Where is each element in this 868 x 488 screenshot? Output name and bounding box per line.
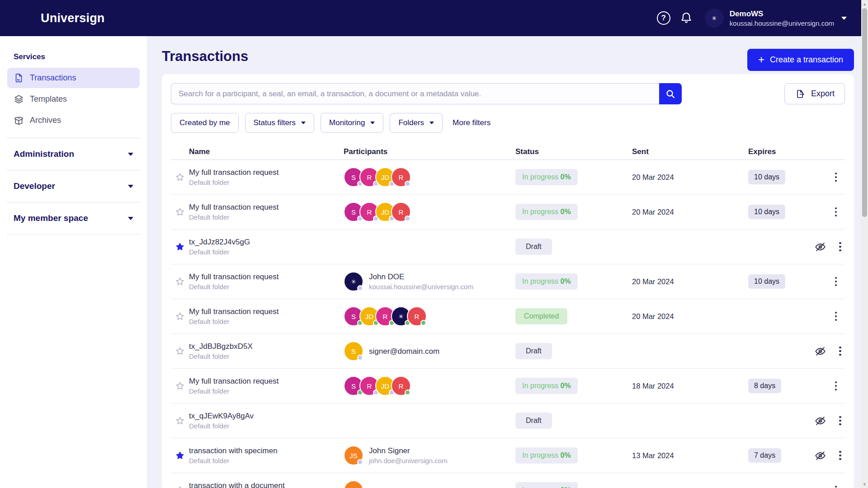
hidden-eye-button[interactable]: [814, 241, 826, 253]
table-row[interactable]: My full transaction request Default fold…: [171, 160, 845, 195]
favorite-star-button[interactable]: [171, 277, 189, 286]
sent-date: 20 Mar 2024: [632, 277, 748, 286]
filter-status[interactable]: Status filters: [245, 113, 315, 133]
eye-off-icon: [814, 415, 826, 427]
create-transaction-button[interactable]: + Create a transaction: [747, 49, 854, 71]
more-filters-link[interactable]: More filters: [453, 118, 491, 127]
transaction-name: My full transaction request: [189, 376, 344, 386]
sidebar-item-templates[interactable]: Templates: [7, 89, 140, 109]
participant-email: koussai.houssine@universign.com: [369, 282, 473, 291]
sidebar-item-archives[interactable]: Archives: [7, 110, 140, 131]
row-actions-kebab-button[interactable]: [832, 380, 840, 393]
transaction-name: My full transaction request: [189, 167, 344, 178]
table-row[interactable]: My full transaction request Default fold…: [171, 299, 845, 334]
status-badge: In progress 0%: [515, 447, 578, 464]
participant-avatar: S: [344, 341, 363, 361]
sidebar: Services Transactions Templates Archives…: [0, 36, 147, 488]
transaction-name: tx_qJEwK9Ay8gAv: [189, 411, 344, 421]
favorite-star-button[interactable]: [171, 381, 189, 391]
document-signature-icon: [14, 73, 24, 83]
participant-avatars: SRJDR: [344, 167, 411, 187]
hidden-eye-button[interactable]: [814, 450, 826, 462]
sidebar-item-label: Archives: [30, 116, 61, 125]
table-row[interactable]: tx_JdBJBgzbxD5X Default folder S signer@…: [171, 334, 845, 369]
workspace-name: DemoWS: [730, 9, 834, 19]
help-icon[interactable]: ?: [657, 11, 670, 25]
table-row[interactable]: My full transaction request Default fold…: [171, 195, 845, 230]
filter-folders[interactable]: Folders: [390, 113, 443, 133]
status-badge: Draft: [515, 239, 552, 255]
status-badge: Completed: [515, 308, 567, 324]
participant-name: signer@domain.com: [369, 346, 439, 357]
filter-monitoring[interactable]: Monitoring: [321, 113, 383, 133]
row-actions-kebab-button[interactable]: [836, 345, 844, 358]
sidebar-section-my-member-space[interactable]: My member space: [7, 210, 140, 227]
hidden-eye-button[interactable]: [814, 415, 826, 427]
participant-status-dot: [357, 285, 363, 291]
sidebar-section-developer[interactable]: Developer: [7, 178, 140, 195]
account-email: koussai.houssine@universign.com: [730, 19, 834, 28]
transaction-name: My full transaction request: [189, 202, 344, 212]
scrollbar-down-arrow-icon[interactable]: ▼: [861, 481, 868, 488]
transaction-name: My full transaction request: [189, 272, 344, 282]
account-menu[interactable]: ✳ DemoWS koussai.houssine@universign.com: [705, 9, 847, 28]
chevron-down-icon: [370, 122, 375, 124]
status-badge: In progress 0%: [515, 169, 578, 185]
archive-box-icon: [14, 115, 24, 126]
row-actions-kebab-button[interactable]: [836, 449, 844, 462]
participant-avatars: SRJDR: [344, 202, 411, 222]
favorite-star-button[interactable]: [171, 485, 189, 488]
participant-avatar: R: [407, 306, 427, 326]
favorite-star-button[interactable]: [171, 207, 189, 217]
row-actions-kebab-button[interactable]: [836, 414, 844, 427]
filter-created-by-me[interactable]: Created by me: [171, 113, 239, 133]
favorite-star-button[interactable]: [171, 311, 189, 321]
favorite-star-button[interactable]: [171, 450, 189, 460]
search-button[interactable]: [659, 83, 682, 104]
table-row[interactable]: My full transaction request Default fold…: [171, 264, 845, 299]
participant-name: John Signer: [369, 446, 448, 456]
participant-avatars: S: [344, 341, 363, 361]
sent-date: 20 Mar 2024: [632, 173, 748, 182]
sidebar-section-administration[interactable]: Administration: [7, 145, 140, 163]
favorite-star-button[interactable]: [171, 242, 189, 252]
expires-badge: 10 days: [748, 170, 785, 184]
favorite-star-button[interactable]: [171, 172, 189, 182]
table-row[interactable]: tx_qJEwK9Ay8gAv Default folder Draft: [171, 404, 845, 438]
column-header-sent: Sent: [632, 147, 748, 156]
transaction-name: tx_JdJz82J4v5gG: [189, 237, 344, 247]
participant-status-dot: [405, 216, 410, 221]
sidebar-services-label: Services: [14, 52, 147, 61]
participant-avatar: JS: [344, 446, 363, 465]
table-row[interactable]: tx_JdJz82J4v5gG Default folder Draft: [171, 230, 845, 264]
row-actions-kebab-button[interactable]: [832, 171, 840, 184]
table-row[interactable]: My full transaction request Default fold…: [171, 369, 845, 404]
hidden-eye-button[interactable]: [814, 345, 826, 357]
row-actions-kebab-button[interactable]: [832, 275, 840, 288]
chevron-down-icon: [301, 122, 306, 124]
row-actions-kebab-button[interactable]: [832, 484, 840, 488]
table-row[interactable]: transaction with a document Default fold…: [171, 473, 845, 488]
participant-email: john.doe@universign.com: [369, 456, 448, 465]
row-actions-kebab-button[interactable]: [836, 240, 844, 253]
vertical-scrollbar[interactable]: ▲ ▼: [861, 0, 868, 488]
table-row[interactable]: transaction with specimen Default folder…: [171, 438, 845, 473]
participant-status-dot: [357, 459, 363, 465]
transaction-folder: Default folder: [189, 282, 344, 291]
row-actions-kebab-button[interactable]: [832, 310, 840, 323]
status-badge: Draft: [515, 413, 552, 429]
sidebar-item-transactions[interactable]: Transactions: [7, 68, 140, 88]
star-outline-icon: [175, 207, 185, 217]
scrollbar-up-arrow-icon[interactable]: ▲: [861, 0, 868, 7]
export-button[interactable]: Export: [784, 83, 845, 104]
favorite-star-button[interactable]: [171, 416, 189, 426]
sidebar-item-label: Templates: [30, 94, 67, 104]
sidebar-item-label: Transactions: [30, 73, 76, 83]
favorite-star-button[interactable]: [171, 346, 189, 356]
table-header: Name Participants Status Sent Expires: [171, 144, 845, 160]
divider: [6, 202, 141, 202]
search-input[interactable]: [171, 83, 659, 104]
row-actions-kebab-button[interactable]: [832, 206, 840, 219]
notifications-bell-icon[interactable]: [679, 11, 693, 25]
scrollbar-thumb[interactable]: [862, 8, 867, 217]
